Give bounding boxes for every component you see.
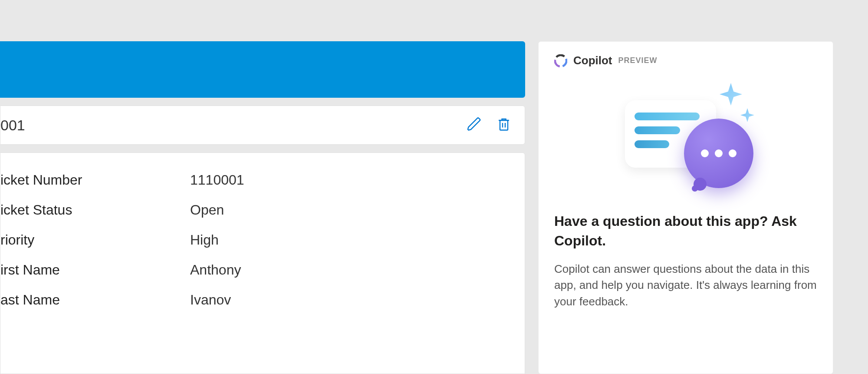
record-id-text: 001: [0, 117, 25, 134]
copilot-logo-icon: [554, 54, 567, 67]
svg-rect-0: [500, 120, 508, 130]
sparkle-icon: [740, 108, 754, 122]
field-value: Open: [190, 202, 525, 218]
record-details-card: icket Number 1110001 icket Status Open r…: [0, 152, 525, 374]
field-row: irst Name Anthony: [0, 255, 525, 285]
field-value: 1110001: [190, 172, 525, 188]
chat-bubble-icon: [684, 119, 753, 188]
trash-icon: [496, 116, 512, 134]
pencil-icon: [467, 116, 482, 134]
copilot-header: Copilot PREVIEW: [554, 54, 817, 67]
field-row: icket Status Open: [0, 195, 525, 225]
copilot-preview-badge: PREVIEW: [618, 56, 658, 65]
field-value: Ivanov: [190, 292, 525, 308]
copilot-illustration: [616, 83, 755, 192]
edit-button[interactable]: [464, 115, 485, 136]
main-panel: 001: [0, 41, 525, 374]
field-value: Anthony: [190, 262, 525, 278]
sparkle-icon: [720, 83, 742, 106]
field-row: riority High: [0, 225, 525, 255]
field-label: icket Number: [0, 172, 190, 188]
copilot-description: Copilot can answer questions about the d…: [554, 261, 817, 310]
delete-button[interactable]: [493, 115, 514, 136]
copilot-heading: Have a question about this app? Ask Copi…: [554, 212, 817, 251]
field-row: ast Name Ivanov: [0, 285, 525, 315]
page-container: 001: [0, 41, 868, 374]
record-header: 001: [0, 106, 525, 145]
field-label: irst Name: [0, 262, 190, 278]
field-row: icket Number 1110001: [0, 165, 525, 195]
copilot-title: Copilot: [573, 54, 612, 67]
copilot-panel: Copilot PREVIEW Have a question about th…: [538, 41, 833, 374]
field-label: riority: [0, 232, 190, 248]
field-value: High: [190, 232, 525, 248]
field-label: ast Name: [0, 292, 190, 308]
field-label: icket Status: [0, 202, 190, 218]
form-header-bar: [0, 41, 525, 98]
